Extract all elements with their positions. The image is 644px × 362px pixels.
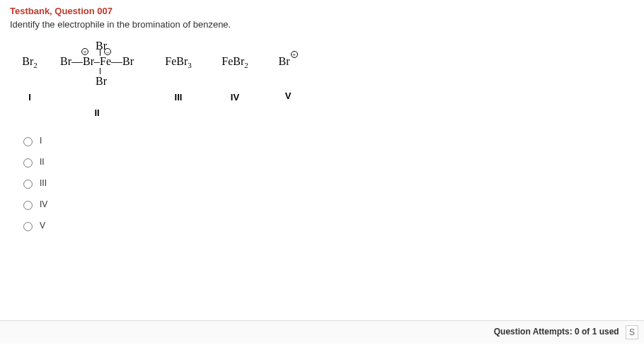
question-container: Testbank, Question 007 Identify the elec… — [0, 0, 644, 362]
figure-option-4: FeBr2 IV — [217, 55, 253, 103]
choice-row[interactable]: I — [20, 130, 634, 151]
figure-option-5: Br+ V — [274, 55, 302, 101]
choice-row[interactable]: V — [20, 215, 634, 236]
choice-label-5: V — [40, 221, 45, 230]
figure-option-2: Br + – Br—Br–Fe—Br Br II — [54, 55, 139, 118]
radio-choice-3[interactable] — [23, 180, 33, 189]
attempts-text: Question Attempts: 0 of 1 used — [494, 327, 619, 337]
radio-choice-2[interactable] — [23, 158, 33, 168]
figure-label-1: I — [16, 92, 44, 103]
question-prompt: Identify the electrophile in the bromina… — [10, 19, 634, 30]
answer-figure: Br2 I Br + – Br—Br–Fe—Br Br II FeBr3 III… — [16, 40, 369, 103]
choice-row[interactable]: III — [20, 173, 634, 194]
figure-label-3: III — [161, 92, 196, 103]
complex-main: Br—Br–Fe—Br — [54, 55, 139, 68]
figure-option-1: Br2 I — [16, 55, 44, 103]
choice-label-2: II — [40, 157, 45, 167]
choice-row[interactable]: II — [20, 151, 634, 173]
formula-1: Br2 — [22, 55, 38, 67]
complex-bottom-br: Br — [96, 75, 107, 88]
formula-5: Br+ — [279, 55, 298, 67]
answer-choices: I II III IV V — [20, 130, 634, 236]
radio-choice-1[interactable] — [23, 137, 33, 146]
plus-charge-icon: + — [81, 48, 88, 55]
footer-bar: Question Attempts: 0 of 1 used S — [0, 320, 644, 344]
radio-choice-4[interactable] — [23, 201, 33, 210]
choice-label-1: I — [40, 136, 42, 146]
figure-option-3: FeBr3 III — [161, 55, 196, 103]
question-title: Testbank, Question 007 — [10, 6, 634, 16]
choice-row[interactable]: IV — [20, 194, 634, 215]
formula-3: FeBr3 — [165, 55, 192, 67]
complex-structure: Br + – Br—Br–Fe—Br Br — [54, 40, 139, 89]
minus-charge-icon: – — [104, 48, 111, 55]
choice-label-4: IV — [40, 199, 47, 209]
radio-choice-5[interactable] — [23, 222, 33, 231]
choice-label-3: III — [40, 178, 47, 188]
figure-label-2: II — [54, 107, 139, 118]
formula-4: FeBr2 — [222, 55, 248, 67]
br-plus-charge-icon: + — [291, 51, 298, 58]
bond-line-bottom — [100, 68, 100, 74]
figure-label-5: V — [274, 90, 302, 101]
figure-label-4: IV — [217, 92, 253, 103]
footer-button-fragment[interactable]: S — [626, 325, 638, 339]
